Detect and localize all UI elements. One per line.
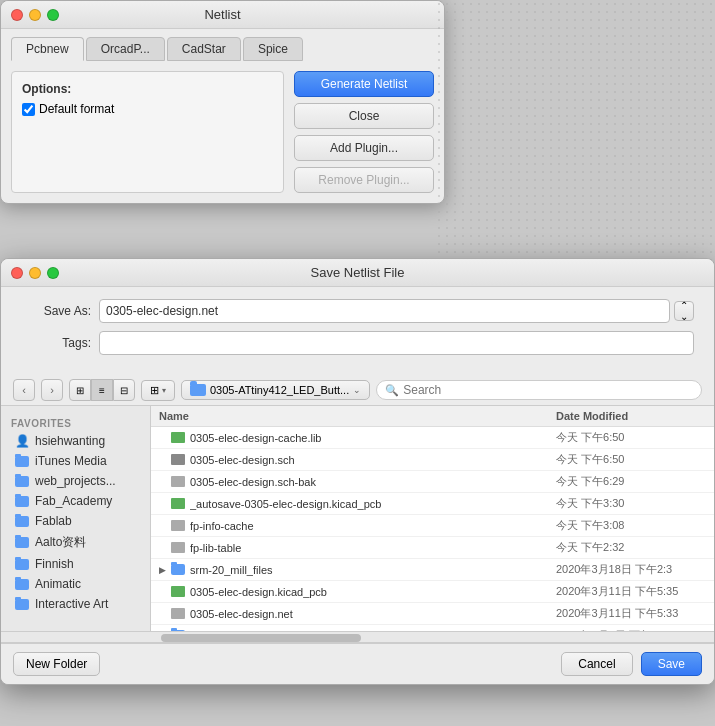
remove-plugin-button[interactable]: Remove Plugin... (294, 167, 434, 193)
netlist-tabs: Pcbnew OrcadP... CadStar Spice (1, 29, 444, 61)
table-row[interactable]: 0305-elec-design-cache.lib 今天 下午6:50 (151, 427, 714, 449)
sidebar-item-fablab[interactable]: Fablab (5, 511, 146, 531)
folder-icon (171, 564, 185, 575)
folder-icon (15, 456, 29, 467)
file-icon (171, 586, 185, 597)
forward-button[interactable]: › (41, 379, 63, 401)
file-list-area: Name Date Modified 0305-elec-design-cach… (151, 406, 714, 631)
background-pattern (435, 0, 715, 260)
file-date: 今天 下午6:29 (556, 474, 706, 489)
file-icon (171, 520, 185, 531)
sidebar-item-label: Interactive Art (35, 597, 108, 611)
file-name: _autosave-0305-elec-design.kicad_pcb (190, 498, 556, 510)
save-as-input[interactable] (99, 299, 670, 323)
new-folder-button[interactable]: New Folder (13, 652, 100, 676)
expand-arrow: ▶ (159, 565, 171, 575)
table-row[interactable]: ▶ srm-20_mill_files 2020年3月18日 下午2:3 (151, 559, 714, 581)
add-plugin-button[interactable]: Add Plugin... (294, 135, 434, 161)
view-buttons: ⊞ ≡ ⊟ (69, 379, 135, 401)
location-button[interactable]: 0305-ATtiny412_LED_Butt... ⌄ (181, 380, 370, 400)
tags-input[interactable] (99, 331, 694, 355)
tags-label: Tags: (21, 336, 91, 350)
save-as-row: Save As: ⌃⌄ (21, 299, 694, 323)
search-icon: 🔍 (385, 384, 399, 397)
netlist-actions: Generate Netlist Close Add Plugin... Rem… (294, 71, 434, 193)
table-row[interactable]: 0305-elec-design.kicad_pcb 2020年3月11日 下午… (151, 581, 714, 603)
minimize-button[interactable] (29, 9, 41, 21)
netlist-body: Options: Default format Generate Netlist… (1, 61, 444, 203)
file-name: 0305-elec-design-cache.lib (190, 432, 556, 444)
sidebar-item-label: web_projects... (35, 474, 116, 488)
action-icon: ⊞ (150, 384, 159, 397)
sidebar-item-interactive-art[interactable]: Interactive Art (5, 594, 146, 614)
search-input[interactable] (403, 383, 693, 397)
col-name-header: Name (159, 410, 556, 422)
view-list-button[interactable]: ≡ (91, 379, 113, 401)
save-button[interactable]: Save (641, 652, 702, 676)
tab-cadstar[interactable]: CadStar (167, 37, 241, 61)
horizontal-scrollbar[interactable] (1, 631, 714, 643)
tab-spice[interactable]: Spice (243, 37, 303, 61)
generate-netlist-button[interactable]: Generate Netlist (294, 71, 434, 97)
close-netlist-button[interactable]: Close (294, 103, 434, 129)
sidebar-item-label: hsiehwanting (35, 434, 105, 448)
folder-location-icon (190, 384, 206, 396)
sidebar-item-animatic[interactable]: Animatic (5, 574, 146, 594)
folder-icon (15, 516, 29, 527)
search-box[interactable]: 🔍 (376, 380, 702, 400)
table-row[interactable]: 0305-elec-design.sch 今天 下午6:50 (151, 449, 714, 471)
forward-icon: › (50, 384, 54, 396)
cancel-button[interactable]: Cancel (561, 652, 632, 676)
table-row[interactable]: 0305-elec-design.sch-bak 今天 下午6:29 (151, 471, 714, 493)
close-button[interactable] (11, 9, 23, 21)
tab-orcadp[interactable]: OrcadP... (86, 37, 165, 61)
chevron-down-icon: ▾ (162, 386, 166, 395)
maximize-button[interactable] (47, 9, 59, 21)
file-date: 2020年3月18日 下午2:3 (556, 562, 706, 577)
sidebar-item-label: Animatic (35, 577, 81, 591)
save-close-button[interactable] (11, 267, 23, 279)
save-maximize-button[interactable] (47, 267, 59, 279)
sidebar-item-itunes[interactable]: iTunes Media (5, 451, 146, 471)
view-column-button[interactable]: ⊟ (113, 379, 135, 401)
save-minimize-button[interactable] (29, 267, 41, 279)
col-date-header: Date Modified (556, 410, 706, 422)
netlist-titlebar: Netlist (1, 1, 444, 29)
file-date: 今天 下午3:08 (556, 518, 706, 533)
options-label: Options: (22, 82, 273, 96)
file-toolbar: ‹ › ⊞ ≡ ⊟ ⊞ ▾ 0305-ATtiny412_LED_Butt...… (1, 375, 714, 406)
table-row[interactable]: fp-lib-table 今天 下午2:32 (151, 537, 714, 559)
sidebar-item-finnish[interactable]: Finnish (5, 554, 146, 574)
chevron-icon: ⌃⌄ (680, 300, 688, 322)
sidebar-item-fab-academy[interactable]: Fab_Academy (5, 491, 146, 511)
tab-pcbnew[interactable]: Pcbnew (11, 37, 84, 61)
file-icon (171, 432, 185, 443)
default-format-checkbox[interactable] (22, 103, 35, 116)
table-row[interactable]: _autosave-0305-elec-design.kicad_pcb 今天 … (151, 493, 714, 515)
file-date: 今天 下午6:50 (556, 430, 706, 445)
file-date: 2020年3月11日 下午5:33 (556, 606, 706, 621)
dialog-footer: New Folder Cancel Save (1, 643, 714, 684)
netlist-dialog: Netlist Pcbnew OrcadP... CadStar Spice O… (0, 0, 445, 204)
default-format-label: Default format (39, 102, 114, 116)
file-list-header: Name Date Modified (151, 406, 714, 427)
tags-row: Tags: (21, 331, 694, 355)
file-icon (171, 542, 185, 553)
file-icon (171, 476, 185, 487)
sidebar-item-web[interactable]: web_projects... (5, 471, 146, 491)
sidebar: Favorites 👤 hsiehwanting iTunes Media we… (1, 406, 151, 631)
location-chevron-icon: ⌄ (353, 385, 361, 395)
sidebar-item-aalto[interactable]: Aalto资料 (5, 531, 146, 554)
file-name: srm-20_mill_files (190, 564, 556, 576)
back-button[interactable]: ‹ (13, 379, 35, 401)
sidebar-section-title: Favorites (1, 414, 150, 431)
action-button[interactable]: ⊞ ▾ (141, 380, 175, 401)
save-as-label: Save As: (21, 304, 91, 318)
disclosure-button[interactable]: ⌃⌄ (674, 301, 694, 321)
table-row[interactable]: 0305-elec-design.net 2020年3月11日 下午5:33 (151, 603, 714, 625)
column-view-icon: ⊟ (120, 385, 128, 396)
sidebar-item-hsiehwanting[interactable]: 👤 hsiehwanting (5, 431, 146, 451)
table-row[interactable]: fp-info-cache 今天 下午3:08 (151, 515, 714, 537)
view-grid-button[interactable]: ⊞ (69, 379, 91, 401)
scroll-thumb[interactable] (161, 634, 361, 642)
